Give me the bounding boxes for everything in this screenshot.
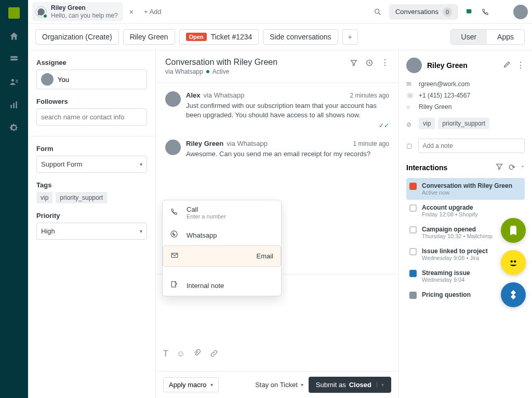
tag: vip <box>419 118 435 129</box>
channel-call[interactable]: CallEnter a number <box>163 200 281 225</box>
tab-user[interactable]: Riley Green <box>123 29 175 45</box>
edit-icon[interactable] <box>503 60 511 71</box>
message-avatar <box>165 91 181 107</box>
submit-button[interactable]: Submit as Closed▾ <box>309 377 391 393</box>
footer: Apply macro▾ Stay on Ticket▾ Submit as C… <box>156 371 398 398</box>
jira-fab[interactable] <box>501 282 526 307</box>
email-icon <box>170 251 181 261</box>
filter-icon[interactable] <box>350 58 358 67</box>
phone-icon <box>170 208 180 218</box>
tag[interactable]: priority_support <box>56 192 107 203</box>
sidebar-nav <box>0 0 28 398</box>
whatsapp-icon <box>170 230 180 240</box>
add-note-input[interactable] <box>418 139 525 153</box>
divider <box>28 136 155 136</box>
conversations-button[interactable]: Conversations 0 <box>389 4 458 20</box>
whatsapp-icon <box>35 6 47 18</box>
channel-menu: CallEnter a number Whatsapp Email Intern… <box>162 200 282 296</box>
more-icon[interactable]: ⋮ <box>381 58 389 67</box>
add-tab-plus[interactable]: + <box>342 29 358 45</box>
email-icon: ✉ <box>406 80 414 88</box>
home-icon[interactable] <box>9 31 19 42</box>
tab-side-conversations[interactable]: Side conversations <box>263 29 338 45</box>
priority-label: Priority <box>36 212 147 219</box>
channel-internal-note[interactable]: Internal note <box>163 275 281 296</box>
assignee-select[interactable]: You <box>36 70 147 89</box>
interaction-item[interactable]: Conversation with Riley GreenActive now <box>406 178 525 200</box>
chat-icon[interactable] <box>466 8 474 16</box>
logo-icon <box>8 7 20 19</box>
phone-icon[interactable] <box>481 8 489 16</box>
link-icon[interactable] <box>210 349 218 360</box>
stay-on-ticket-select[interactable]: Stay on Ticket▾ <box>255 381 303 389</box>
tab-ticket[interactable]: Open Ticket #1234 <box>179 29 259 45</box>
add-tab-button[interactable]: + Add <box>140 6 166 18</box>
status-icon <box>409 204 417 212</box>
form-select[interactable]: Support Form▾ <box>36 156 147 173</box>
text-format-icon[interactable]: T <box>163 349 168 360</box>
close-tab-icon[interactable]: × <box>127 8 136 16</box>
conversation-title: Conversation with Riley Green <box>165 58 277 67</box>
conversation-status: Active <box>212 68 230 75</box>
svg-rect-4 <box>16 81 18 83</box>
priority-select[interactable]: High▾ <box>36 223 147 240</box>
status-icon <box>409 292 417 299</box>
conversations-label: Conversations <box>395 8 438 16</box>
channel-email[interactable]: Email <box>163 245 281 267</box>
chevron-down-icon[interactable]: ▾ <box>377 382 384 388</box>
status-icon <box>409 248 417 255</box>
followers-input[interactable] <box>36 108 147 126</box>
mailchimp-fab[interactable] <box>501 250 526 275</box>
customer-name: Riley Green <box>427 61 468 70</box>
whatsapp-icon: ○ <box>406 103 414 111</box>
seg-apps[interactable]: Apps <box>487 30 524 44</box>
customers-icon[interactable] <box>9 77 19 87</box>
read-check-icon: ✓✓ <box>379 122 389 129</box>
tab-organization[interactable]: Organization (Create) <box>35 29 119 45</box>
views-icon[interactable] <box>9 54 19 64</box>
svg-rect-3 <box>16 80 18 81</box>
note-icon: ▢ <box>406 142 413 149</box>
chevron-down-icon: ▾ <box>140 161 142 167</box>
shopify-fab[interactable] <box>501 218 526 243</box>
tabs-row: Organization (Create) Riley Green Open T… <box>28 24 532 50</box>
search-icon[interactable] <box>374 8 382 16</box>
form-label: Form <box>36 145 147 153</box>
svg-rect-0 <box>10 56 17 58</box>
ticket-fields-panel: Assignee You Followers Form Support Form… <box>28 50 156 398</box>
open-badge: Open <box>186 33 207 41</box>
tag-icon: ⊘ <box>406 121 414 128</box>
history-icon[interactable] <box>365 58 374 67</box>
seg-user[interactable]: User <box>451 30 487 44</box>
note-icon <box>170 280 180 291</box>
more-icon[interactable]: ⋮ <box>516 60 525 71</box>
attachment-icon[interactable] <box>193 349 202 360</box>
user-avatar[interactable] <box>513 5 528 19</box>
conversation-panel: Conversation with Riley Green via Whatsa… <box>156 50 399 398</box>
settings-icon[interactable] <box>9 122 19 133</box>
phone-icon: ☏ <box>406 92 414 99</box>
apply-macro-button[interactable]: Apply macro▾ <box>163 377 219 392</box>
customer-avatar <box>406 58 422 73</box>
conversation-header: Conversation with Riley Green via Whatsa… <box>156 50 398 83</box>
chevron-down-icon: ▾ <box>210 382 213 388</box>
reports-icon[interactable] <box>9 100 19 110</box>
active-tab-chip[interactable]: Riley Green Hello, can you help me? <box>32 2 123 21</box>
tag[interactable]: vip <box>36 192 52 203</box>
tab-subtitle: Hello, can you help me? <box>51 12 118 19</box>
svg-rect-7 <box>16 101 17 108</box>
emoji-icon[interactable]: ☺ <box>177 349 185 360</box>
svg-rect-9 <box>467 9 471 13</box>
message: Alexvia Whatsapp2 minutes ago Just confi… <box>165 91 389 129</box>
status-icon <box>409 183 417 190</box>
svg-point-15 <box>511 260 513 263</box>
chevron-down-icon[interactable]: ⌄ <box>521 162 525 173</box>
message-avatar <box>165 140 181 155</box>
assignee-avatar <box>41 73 54 86</box>
channel-whatsapp[interactable]: Whatsapp <box>163 225 281 245</box>
refresh-icon[interactable]: ⟳ <box>509 162 515 173</box>
apps-grid-icon[interactable] <box>497 7 506 17</box>
tag: priority_support <box>438 118 489 129</box>
filter-icon[interactable] <box>495 162 503 173</box>
status-icon <box>409 270 417 277</box>
